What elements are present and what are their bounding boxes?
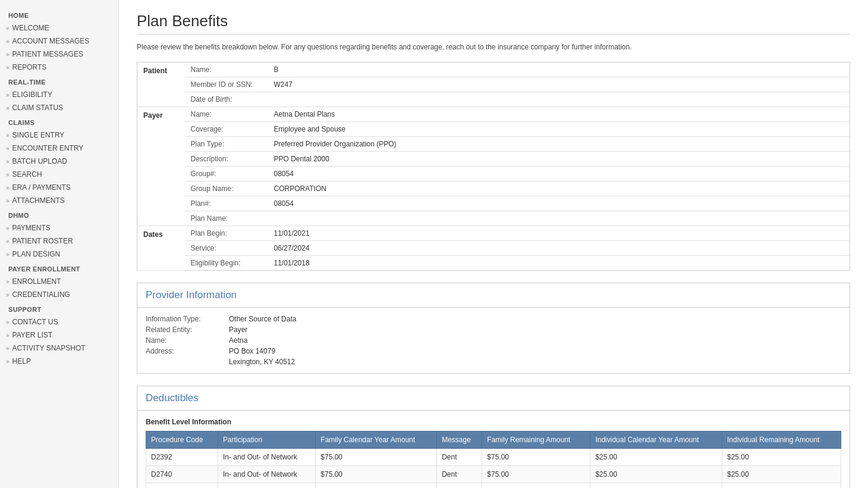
field-label: Member ID or SSN:: [185, 77, 268, 92]
field-value: 08054: [268, 196, 850, 211]
sidebar-item-patient-roster[interactable]: »PATIENT ROSTER: [0, 234, 118, 248]
sidebar-item-label-credentialing: CREDENTIALING: [12, 290, 70, 299]
deductibles-col-header: Message: [437, 431, 482, 449]
field-label: Plan Begin:: [185, 226, 268, 241]
table-row: D2740In- and Out- of Network$75.00Dent$7…: [146, 466, 841, 483]
deductibles-cell-family_remaining: $75.00: [482, 466, 590, 483]
deductibles-cell-family_calendar: $75.00: [316, 449, 437, 466]
sidebar-item-search[interactable]: »SEARCH: [0, 168, 118, 181]
sidebar-item-attachments[interactable]: »ATTACHMENTS: [0, 194, 118, 207]
sidebar-item-payer-list[interactable]: »PAYER LIST: [0, 329, 118, 342]
provider-field-label: Related Entity:: [146, 326, 229, 334]
main-content: Plan Benefits Please review the benefits…: [119, 0, 868, 488]
sidebar-item-label-eligibility: ELIGIBILITY: [12, 90, 52, 99]
provider-field-value: Payer: [229, 326, 841, 334]
provider-field-value: PO Box 14079: [229, 347, 841, 355]
sidebar-item-label-batch-upload: BATCH UPLOAD: [12, 157, 67, 165]
sidebar-item-account-messages[interactable]: »ACCOUNT MESSAGES: [0, 35, 118, 48]
field-value: CORPORATION: [268, 182, 850, 196]
chevron-right-icon: »: [6, 64, 10, 71]
page-description: Please review the benefits breakdown bel…: [137, 42, 850, 52]
field-label: Name:: [185, 107, 268, 122]
sidebar-item-single-entry[interactable]: »SINGLE ENTRY: [0, 129, 118, 142]
sidebar-section-dhmo: DHMO: [0, 207, 118, 221]
sidebar-item-welcome[interactable]: »WELCOME: [0, 21, 118, 35]
provider-grid: Information Type:Other Source of DataRel…: [146, 315, 841, 366]
deductibles-cell-family_calendar: $75.00: [316, 483, 437, 489]
deductibles-cell-participation: In- and Out- of Network: [218, 483, 316, 489]
sidebar-item-label-activity-snapshot: ACTIVITY SNAPSHOT: [12, 344, 86, 352]
deductibles-cell-individual_calendar: $25.00: [590, 466, 722, 483]
provider-field-label: Address:: [146, 347, 229, 355]
sidebar: HOME»WELCOME»ACCOUNT MESSAGES»PATIENT ME…: [0, 0, 119, 488]
sidebar-item-patient-messages[interactable]: »PATIENT MESSAGES: [0, 48, 118, 61]
sidebar-item-plan-design[interactable]: »PLAN DESIGN: [0, 248, 118, 261]
field-value: 08054: [268, 167, 850, 182]
title-divider: [137, 34, 850, 35]
provider-field-value: Lexington, KY 40512: [229, 358, 841, 366]
sidebar-item-claim-status[interactable]: »CLAIM STATUS: [0, 101, 118, 114]
sidebar-section-support: SUPPORT: [0, 301, 118, 315]
provider-field-label: Information Type:: [146, 315, 229, 323]
sidebar-section-real-time: REAL-TIME: [0, 74, 118, 88]
provider-field-value: Other Source of Data: [229, 315, 841, 323]
deductibles-cell-individual_remaining: $25.00: [722, 449, 841, 466]
sidebar-item-batch-upload[interactable]: »BATCH UPLOAD: [0, 155, 118, 168]
sidebar-item-label-search: SEARCH: [12, 170, 42, 179]
sidebar-section-claims: CLAIMS: [0, 114, 118, 129]
chevron-right-icon: »: [6, 145, 10, 152]
deductibles-cell-message: Dent: [437, 449, 482, 466]
field-value: 06/27/2024: [268, 241, 850, 256]
provider-field-label: [146, 358, 229, 366]
deductibles-card: Deductibles Benefit Level Information Pr…: [137, 386, 850, 488]
field-value: Employee and Spouse: [268, 122, 850, 137]
chevron-right-icon: »: [6, 319, 10, 326]
sidebar-item-credentialing[interactable]: »CREDENTIALING: [0, 288, 118, 301]
provider-info-card: Provider Information Information Type:Ot…: [137, 283, 850, 374]
chevron-right-icon: »: [6, 238, 10, 245]
sidebar-item-enrollment[interactable]: »ENROLLMENT: [0, 275, 118, 288]
deductibles-header: Deductibles: [137, 386, 850, 411]
field-value: PPO Dental 2000: [268, 152, 850, 167]
chevron-right-icon: »: [6, 225, 10, 232]
sidebar-item-label-claim-status: CLAIM STATUS: [12, 104, 64, 112]
sidebar-section-home: HOME: [0, 7, 118, 21]
sidebar-item-era-payments[interactable]: »ERA / PAYMENTS: [0, 181, 118, 194]
benefit-level-label: Benefit Level Information: [146, 418, 841, 426]
field-label: Description:: [185, 152, 268, 167]
sidebar-item-activity-snapshot[interactable]: »ACTIVITY SNAPSHOT: [0, 342, 118, 355]
sidebar-item-help[interactable]: »HELP: [0, 355, 118, 368]
sidebar-item-label-enrollment: ENROLLMENT: [12, 277, 61, 286]
sidebar-item-label-plan-design: PLAN DESIGN: [12, 250, 61, 258]
sidebar-item-contact-us[interactable]: »CONTACT US: [0, 315, 118, 329]
sidebar-item-label-welcome: WELCOME: [12, 24, 49, 32]
deductibles-cell-participation: In- and Out- of Network: [218, 466, 316, 483]
provider-field-value: Aetna: [229, 336, 841, 345]
deductibles-cell-individual_remaining: $25.00: [722, 466, 841, 483]
sidebar-item-encounter-entry[interactable]: »ENCOUNTER ENTRY: [0, 142, 118, 155]
deductibles-col-header: Individual Remaining Amount: [722, 431, 841, 449]
field-label: Name:: [185, 62, 268, 77]
chevron-right-icon: »: [6, 132, 10, 139]
sidebar-item-payments[interactable]: »PAYMENTS: [0, 221, 118, 234]
deductibles-cell-family_calendar: $75.00: [316, 466, 437, 483]
chevron-right-icon: »: [6, 279, 10, 285]
plan-info-table: PatientName:BMember ID or SSN:W247Date o…: [137, 62, 850, 271]
deductibles-table: Procedure CodeParticipationFamily Calend…: [146, 431, 841, 488]
deductibles-cell-procedure_code: D2392: [146, 449, 218, 466]
chevron-right-icon: »: [6, 184, 10, 191]
sidebar-item-eligibility[interactable]: »ELIGIBILITY: [0, 88, 118, 101]
sidebar-item-label-single-entry: SINGLE ENTRY: [12, 131, 65, 139]
provider-info-header: Provider Information: [137, 283, 850, 308]
sidebar-item-reports[interactable]: »REPORTS: [0, 61, 118, 74]
chevron-right-icon: »: [6, 358, 10, 365]
field-value: Aetna Dental Plans: [268, 107, 850, 122]
table-row: D3330In- and Out- of Network$75.00Dent$7…: [146, 483, 841, 489]
sidebar-item-label-patient-roster: PATIENT ROSTER: [12, 237, 73, 245]
page-title: Plan Benefits: [137, 12, 850, 30]
chevron-right-icon: »: [6, 92, 10, 98]
deductibles-cell-procedure_code: D2740: [146, 466, 218, 483]
sidebar-item-label-era-payments: ERA / PAYMENTS: [12, 183, 71, 192]
sidebar-item-label-payer-list: PAYER LIST: [12, 331, 53, 339]
field-label: Group Name:: [185, 182, 268, 196]
